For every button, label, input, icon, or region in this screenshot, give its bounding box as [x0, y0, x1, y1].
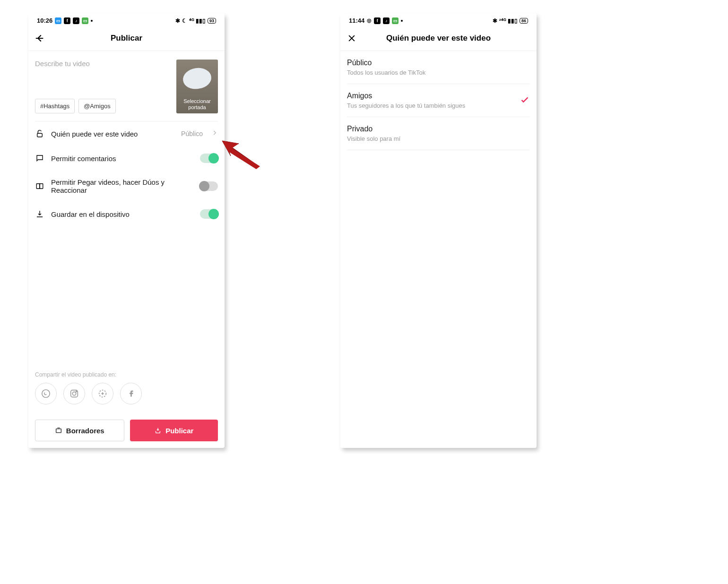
tiktok-icon: ♪ — [383, 17, 390, 24]
option-friends[interactable]: Amigos Tus seguidores a los que tú tambi… — [347, 84, 530, 117]
drafts-button[interactable]: Borradores — [35, 420, 124, 441]
option-subtitle: Visible solo para mí — [347, 135, 530, 142]
option-title: Público — [347, 59, 530, 67]
battery-icon: 93 — [208, 18, 216, 24]
share-label: Compartir el video publicado en: — [35, 371, 218, 378]
annotation-arrow — [217, 132, 265, 175]
option-subtitle: Todos los usuarios de TikTok — [347, 69, 530, 76]
page-title: Publicar — [28, 34, 225, 43]
facebook-share-icon[interactable] — [120, 383, 142, 404]
chevron-right-icon — [211, 129, 218, 138]
friends-chip[interactable]: @Amigos — [78, 99, 116, 113]
download-icon — [35, 209, 44, 219]
save-row: Guardar en el dispositivo — [28, 202, 225, 226]
option-title: Privado — [347, 125, 530, 133]
dnd-icon: ☾ — [182, 17, 187, 24]
duet-icon — [35, 181, 44, 191]
stitch-toggle[interactable] — [200, 181, 218, 191]
option-title: Amigos — [347, 92, 520, 100]
option-subtitle: Tus seguidores a los que tú también sigu… — [347, 102, 520, 109]
svg-rect-8 — [56, 429, 61, 433]
hashtags-chip[interactable]: #Hashtags — [35, 99, 75, 113]
status-app2-icon: ▭ — [392, 17, 399, 24]
status-dot-icon — [91, 20, 93, 22]
status-app-icon: ▭ — [55, 17, 61, 24]
phone-publish-screen: 10:26 ▭ f ♪ ▭ ✱ ☾ ⁴ᴳ ▮▮▯ 93 Publicar Des… — [28, 13, 225, 448]
check-icon — [520, 94, 530, 107]
publish-button[interactable]: Publicar — [130, 420, 218, 441]
navbar: Publicar — [28, 26, 225, 51]
video-thumbnail[interactable]: Seleccionar portada — [176, 60, 218, 113]
comments-toggle[interactable] — [200, 154, 218, 163]
select-cover-label: Seleccionar portada — [176, 98, 218, 111]
comments-label: Permitir comentarios — [51, 155, 193, 163]
svg-rect-1 — [36, 184, 40, 189]
visibility-label: Quién puede ver este video — [51, 130, 174, 138]
svg-point-3 — [42, 390, 50, 398]
signal-icon: ²⁴ᴳ ▮▮▯ — [499, 17, 518, 24]
drafts-label: Borradores — [66, 427, 104, 435]
statusbar: 10:26 ▭ f ♪ ▭ ✱ ☾ ⁴ᴳ ▮▮▯ 93 — [28, 13, 225, 26]
status-time: 10:26 — [37, 17, 52, 24]
svg-point-6 — [76, 391, 77, 392]
description-input[interactable]: Describe tu video — [35, 60, 172, 68]
save-label: Guardar en el dispositivo — [51, 210, 193, 218]
whatsapp-status-icon: ◎ — [367, 17, 372, 24]
visibility-value: Público — [181, 130, 203, 137]
whatsapp-icon[interactable] — [35, 383, 57, 404]
comment-icon — [35, 154, 44, 163]
status-app2-icon: ▭ — [82, 17, 88, 24]
bluetooth-icon: ✱ — [175, 17, 180, 24]
svg-rect-0 — [37, 133, 43, 137]
stitch-row: Permitir Pegar videos, hacer Dúos y Reac… — [28, 171, 225, 202]
status-time: 11:44 — [349, 17, 364, 24]
compose-area: Describe tu video #Hashtags @Amigos Sele… — [28, 51, 225, 118]
unlock-icon — [35, 129, 44, 138]
option-private[interactable]: Privado Visible solo para mí — [347, 117, 530, 150]
comments-row: Permitir comentarios — [28, 146, 225, 171]
publish-label: Publicar — [165, 427, 193, 435]
status-dot-icon — [401, 20, 403, 22]
instagram-icon[interactable] — [63, 383, 85, 404]
facebook-icon: f — [64, 17, 70, 24]
facebook-icon: f — [374, 17, 381, 24]
svg-rect-2 — [40, 184, 43, 189]
signal-icon: ⁴ᴳ ▮▮▯ — [189, 17, 206, 24]
status-share-icon[interactable] — [92, 383, 113, 404]
page-title: Quién puede ver este video — [340, 34, 537, 43]
tiktok-icon: ♪ — [73, 17, 79, 24]
bluetooth-icon: ✱ — [493, 17, 497, 24]
stitch-label: Permitir Pegar videos, hacer Dúos y Reac… — [51, 178, 193, 194]
navbar: Quién puede ver este video — [340, 26, 537, 51]
close-icon[interactable] — [346, 33, 357, 44]
back-icon[interactable] — [34, 33, 45, 44]
svg-point-5 — [72, 392, 76, 395]
statusbar: 11:44 ◎ f ♪ ▭ ✱ ²⁴ᴳ ▮▮▯ 86 — [340, 13, 537, 26]
battery-icon: 86 — [520, 18, 528, 24]
share-section: Compartir el video publicado en: — [35, 371, 218, 404]
save-toggle[interactable] — [200, 209, 218, 219]
visibility-options: Público Todos los usuarios de TikTok Ami… — [340, 51, 537, 150]
button-row: Borradores Publicar — [35, 420, 218, 441]
visibility-row[interactable]: Quién puede ver este video Público — [28, 121, 225, 146]
phone-visibility-screen: 11:44 ◎ f ♪ ▭ ✱ ²⁴ᴳ ▮▮▯ 86 Quién puede v… — [340, 13, 537, 448]
option-public[interactable]: Público Todos los usuarios de TikTok — [347, 51, 530, 84]
